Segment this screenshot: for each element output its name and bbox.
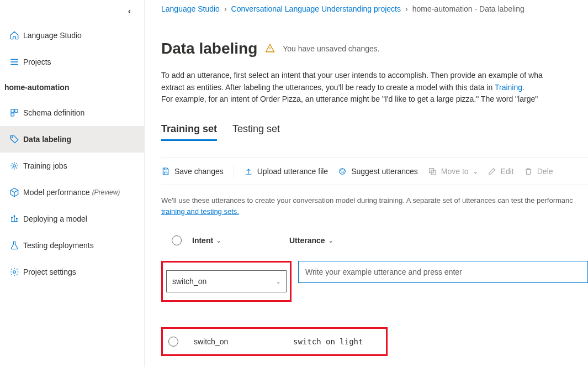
chevron-down-icon: ⌄ <box>216 238 221 244</box>
warning-icon <box>265 43 275 55</box>
sidebar-item-label: Language Studio <box>23 31 82 40</box>
trash-icon <box>524 167 533 176</box>
row-intent: switch_on <box>194 337 293 346</box>
sidebar-item-training-jobs[interactable]: Training jobs <box>0 153 144 179</box>
edit-button: Edit <box>488 167 514 176</box>
highlight-box: switch_on switch on light <box>161 327 388 356</box>
highlight-box: switch_on ⌄ <box>161 261 292 302</box>
tab-testing-set[interactable]: Testing set <box>232 123 280 141</box>
training-icon <box>7 161 22 171</box>
column-intent[interactable]: Intent⌄ <box>192 236 289 245</box>
schema-icon <box>7 108 22 118</box>
row-utterance: switch on light <box>293 337 363 346</box>
upload-icon <box>244 167 253 176</box>
home-icon <box>7 30 22 40</box>
sidebar-item-label: Data labeling <box>23 135 71 144</box>
chevron-right-icon: › <box>224 4 227 13</box>
hint-text: We'll use these utterances to create you… <box>161 195 588 217</box>
svg-rect-7 <box>429 169 433 173</box>
save-changes-button[interactable]: Save changes <box>161 167 224 176</box>
select-all-radio[interactable] <box>172 235 182 245</box>
sidebar-item-label: Testing deployments <box>23 241 94 250</box>
sidebar-item-label: Training jobs <box>23 161 67 170</box>
svg-point-5 <box>13 271 16 274</box>
utterance-input[interactable] <box>298 261 588 283</box>
sidebar-item-project-settings[interactable]: Project settings <box>0 259 144 285</box>
save-icon <box>161 167 170 176</box>
add-utterance-row: switch_on ⌄ <box>161 261 588 302</box>
training-link[interactable]: Training. <box>495 83 525 92</box>
suggest-utterances-button[interactable]: Suggest utterances <box>338 167 418 176</box>
deploy-icon <box>7 214 22 224</box>
upload-utterance-file-button[interactable]: Upload utterance file <box>244 167 328 176</box>
tabs: Training set Testing set <box>161 123 588 141</box>
sidebar-item-deploying-model[interactable]: Deploying a model <box>0 206 144 232</box>
sidebar-item-language-studio[interactable]: Language Studio <box>0 22 144 49</box>
intent-select[interactable]: switch_on ⌄ <box>166 270 287 292</box>
intent-select-value: switch_on <box>172 277 206 286</box>
breadcrumb-link[interactable]: Conversational Language Understanding pr… <box>231 4 401 13</box>
breadcrumb: Language Studio › Conversational Languag… <box>161 4 588 13</box>
chevron-down-icon: ⌄ <box>329 238 333 244</box>
chevron-down-icon: ⌄ <box>473 169 478 175</box>
column-headers: Intent⌄ Utterance⌄ <box>161 235 588 245</box>
sidebar-item-testing-deployments[interactable]: Testing deployments <box>0 232 144 259</box>
svg-point-1 <box>13 165 16 167</box>
sidebar-item-label: Deploying a model <box>23 214 87 223</box>
toolbar: Save changes Upload utterance file Sugge… <box>161 158 588 185</box>
sidebar-item-model-performance[interactable]: Model performance (Preview) <box>0 179 144 206</box>
chevron-right-icon: › <box>405 4 408 13</box>
divider <box>234 165 234 178</box>
row-select-radio[interactable] <box>168 337 178 347</box>
move-icon <box>428 167 437 176</box>
preview-badge: (Preview) <box>92 188 120 196</box>
sidebar-item-data-labeling[interactable]: Data labeling <box>0 126 144 153</box>
svg-point-6 <box>340 169 346 175</box>
breadcrumb-current: home-automation - Data labeling <box>412 4 525 13</box>
sidebar-item-label: Schema definition <box>23 108 84 117</box>
sidebar-item-label: Project settings <box>23 268 76 276</box>
sidebar-item-schema-definition[interactable]: Schema definition <box>0 99 144 126</box>
delete-button: Dele <box>524 167 553 176</box>
sidebar-item-label: Projects <box>23 57 51 66</box>
move-to-button: Move to ⌄ <box>428 167 478 176</box>
main-content: Language Studio › Conversational Languag… <box>145 0 588 367</box>
instructions-text: To add an utterance, first select an int… <box>161 70 588 106</box>
suggest-icon <box>338 167 347 176</box>
sidebar-item-label: Model performance <box>23 188 90 197</box>
tag-icon <box>7 134 22 144</box>
collapse-sidebar-icon[interactable]: ‹‹ <box>128 7 129 15</box>
sidebar: ‹‹ Language Studio Projects home-automat… <box>0 0 145 367</box>
sidebar-project-name: home-automation <box>0 75 144 99</box>
tab-training-set[interactable]: Training set <box>161 123 217 141</box>
list-icon <box>7 57 22 67</box>
chevron-down-icon: ⌄ <box>276 279 280 285</box>
edit-icon <box>488 167 496 176</box>
unsaved-changes-text: You have unsaved changes. <box>283 44 379 53</box>
flask-icon <box>7 240 22 250</box>
svg-point-0 <box>12 137 13 138</box>
cube-icon <box>7 187 22 197</box>
sidebar-item-projects[interactable]: Projects <box>0 49 144 75</box>
training-testing-sets-link[interactable]: training and testing sets. <box>161 207 239 216</box>
column-utterance[interactable]: Utterance⌄ <box>289 236 333 245</box>
gear-icon <box>7 267 22 277</box>
breadcrumb-link[interactable]: Language Studio <box>161 4 220 13</box>
page-title: Data labeling <box>161 40 257 57</box>
